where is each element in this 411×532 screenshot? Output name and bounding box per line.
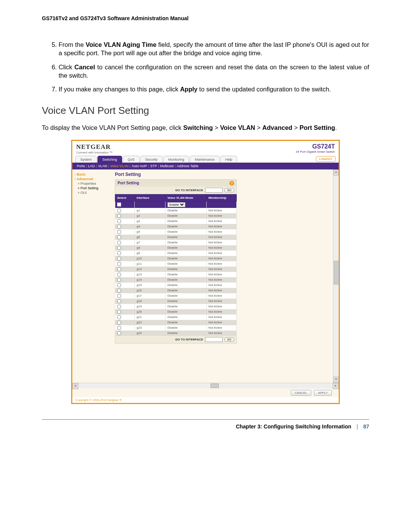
col-voice-vlan-mode: Voice VLAN Mode [166,194,207,201]
row-checkbox[interactable] [117,225,121,228]
footer-page-num: 87 [363,423,369,430]
row-checkbox[interactable] [117,278,121,282]
scroll-thumb[interactable] [334,261,339,284]
row-checkbox[interactable] [117,241,121,244]
row-checkbox[interactable] [117,262,121,266]
subtab-address-table[interactable]: Address Table [177,164,199,168]
cell-interface: g1 [135,208,166,213]
table-row: g17DisableNot Active [115,293,237,299]
tab-qos[interactable]: QoS [123,156,140,163]
cell-interface: g24 [135,331,166,336]
page-footer: Chapter 3: Configuring Switching Informa… [42,419,369,430]
cell-mode: Disable [166,229,207,235]
tab-monitoring[interactable]: Monitoring [163,156,189,163]
subtab-auto-voip[interactable]: Auto-VoIP [132,164,147,168]
row-checkbox[interactable] [117,310,121,314]
vertical-scrollbar[interactable]: ▴ ▾ [333,169,339,383]
row-checkbox[interactable] [117,267,121,271]
scroll-down-icon[interactable]: ▾ [333,377,339,383]
table-row: g24DisableNot Active [115,331,237,336]
row-checkbox[interactable] [117,251,121,255]
cell-mode: Disable [166,267,207,272]
cell-interface: g16 [135,288,166,293]
footer-chapter: Chapter 3: Configuring Switching Informa… [236,423,351,430]
row-checkbox[interactable] [117,235,121,239]
box-header: Port Setting ? [115,179,237,187]
go-button-top[interactable]: GO [225,188,234,192]
cell-mode: Disable [166,325,207,331]
row-checkbox[interactable] [117,294,121,298]
row-checkbox[interactable] [117,315,121,319]
tab-system[interactable]: System [75,156,97,163]
tab-security[interactable]: Security [140,156,163,163]
sidebar: Basic Advanced PropertiesPort SettingOUI [72,169,115,383]
subtab-stp[interactable]: STP [150,164,157,168]
sidebar-cat-advanced[interactable]: Advanced [75,177,113,181]
sidebar-cat-basic[interactable]: Basic [75,173,113,176]
select-all-checkbox[interactable] [117,203,121,206]
logout-button[interactable]: LOGOUT [316,156,336,162]
subtab-ports[interactable]: Ports [77,164,85,168]
row-checkbox[interactable] [117,209,121,212]
subtab-voice-vlan[interactable]: Voice VLAN [110,164,129,168]
row-checkbox[interactable] [117,257,121,260]
cell-interface: g12 [135,267,166,272]
go-button-bottom[interactable]: GO [225,337,234,342]
apply-button[interactable]: APPLY [314,390,332,396]
row-checkbox[interactable] [117,305,121,308]
panel-title: Port Setting [115,172,336,177]
subtab-vlan[interactable]: VLAN [98,164,107,168]
row-checkbox[interactable] [117,283,121,287]
table-row: g8DisableNot Active [115,245,237,251]
cell-membership: Not Active [206,277,236,283]
row-checkbox[interactable] [117,273,121,276]
cell-interface: g19 [135,304,166,309]
sidebar-item-oui[interactable]: OUI [78,191,113,195]
goto-row-bottom: GO TO INTERFACE GO [115,336,237,343]
table-row: g19DisableNot Active [115,304,237,309]
row-checkbox[interactable] [117,230,121,234]
cancel-button[interactable]: CANCEL [291,390,311,396]
row-checkbox[interactable] [117,299,121,303]
row-checkbox[interactable] [117,326,121,330]
cell-mode: Disable [166,240,207,245]
row-checkbox[interactable] [117,331,121,335]
scroll-right-icon[interactable]: ▸ [333,383,339,389]
tab-maintenance[interactable]: Maintenance [190,156,220,163]
cell-mode: Disable [166,309,207,315]
cell-membership: Not Active [206,213,236,219]
cell-membership: Not Active [206,251,236,256]
sidebar-item-port-setting[interactable]: Port Setting [78,186,113,190]
action-buttons: CANCEL APPLY [72,388,339,397]
scroll-left-icon[interactable]: ◂ [72,383,78,389]
table-row: g22DisableNot Active [115,320,237,325]
row-checkbox[interactable] [117,289,121,292]
subtab-multicast[interactable]: Multicast [160,164,174,168]
cell-interface: g3 [135,219,166,224]
tab-help[interactable]: Help [220,156,237,163]
sidebar-item-properties[interactable]: Properties [78,182,113,185]
cell-membership: Not Active [206,229,236,235]
cell-interface: g5 [135,229,166,235]
step-5: From the Voice VLAN Aging Time field, sp… [59,40,369,58]
cell-mode: Disable [166,288,207,293]
hscroll-thumb[interactable] [210,383,219,388]
top-bar: NETGEAR Connect with Innovation ™ GS724T… [72,141,339,156]
subtab-lag[interactable]: LAG [88,164,95,168]
scroll-up-icon[interactable]: ▴ [333,169,339,176]
table-row: g10DisableNot Active [115,256,237,261]
row-checkbox[interactable] [117,214,121,218]
help-icon[interactable]: ? [229,181,234,185]
cell-membership: Not Active [206,309,236,315]
goto-input-top[interactable] [205,188,223,193]
horizontal-scrollbar[interactable]: ◂ ▸ [72,383,339,388]
tab-switching[interactable]: Switching [97,156,122,163]
cell-membership: Not Active [206,208,236,213]
row-checkbox[interactable] [117,321,121,324]
goto-input-bottom[interactable] [205,337,223,342]
cell-interface: g11 [135,261,166,267]
row-checkbox[interactable] [117,219,121,223]
mode-filter-select[interactable]: Enable [167,202,185,207]
table-row: g5DisableNot Active [115,229,237,235]
row-checkbox[interactable] [117,246,121,250]
